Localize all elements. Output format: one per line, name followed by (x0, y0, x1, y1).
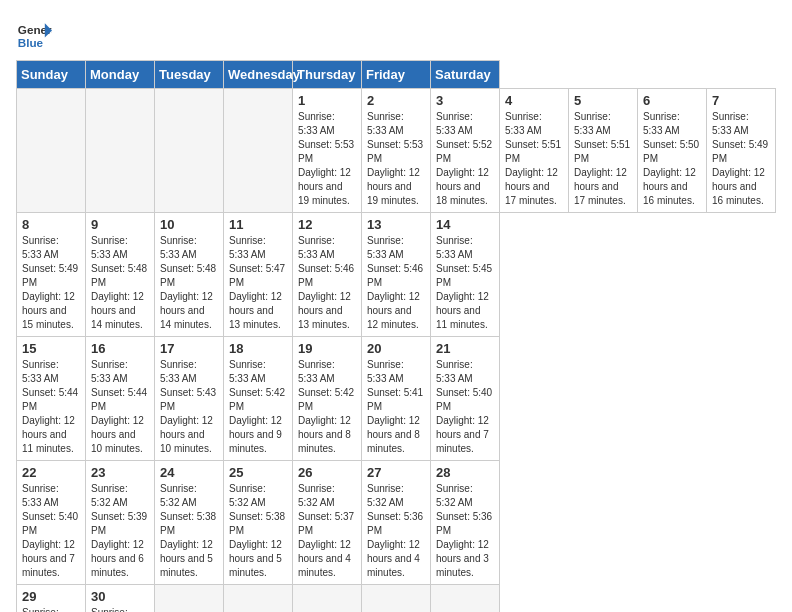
calendar-cell: 19 Sunrise: 5:33 AMSunset: 5:42 PMDaylig… (293, 337, 362, 461)
calendar-week-4: 22 Sunrise: 5:33 AMSunset: 5:40 PMDaylig… (17, 461, 776, 585)
cell-content: Sunrise: 5:32 AMSunset: 5:38 PMDaylight:… (160, 483, 216, 578)
cell-content: Sunrise: 5:33 AMSunset: 5:44 PMDaylight:… (22, 359, 78, 454)
calendar-cell: 23 Sunrise: 5:32 AMSunset: 5:39 PMDaylig… (86, 461, 155, 585)
calendar-cell: 12 Sunrise: 5:33 AMSunset: 5:46 PMDaylig… (293, 213, 362, 337)
calendar-cell (155, 89, 224, 213)
calendar-cell: 21 Sunrise: 5:33 AMSunset: 5:40 PMDaylig… (431, 337, 500, 461)
day-number: 2 (367, 93, 425, 108)
day-number: 20 (367, 341, 425, 356)
calendar-cell: 6 Sunrise: 5:33 AMSunset: 5:50 PMDayligh… (638, 89, 707, 213)
cell-content: Sunrise: 5:33 AMSunset: 5:44 PMDaylight:… (91, 359, 147, 454)
calendar-cell (86, 89, 155, 213)
cell-content: Sunrise: 5:33 AMSunset: 5:40 PMDaylight:… (436, 359, 492, 454)
calendar-cell: 17 Sunrise: 5:33 AMSunset: 5:43 PMDaylig… (155, 337, 224, 461)
cell-content: Sunrise: 5:33 AMSunset: 5:51 PMDaylight:… (574, 111, 630, 206)
day-number: 24 (160, 465, 218, 480)
cell-content: Sunrise: 5:33 AMSunset: 5:43 PMDaylight:… (160, 359, 216, 454)
cell-content: Sunrise: 5:33 AMSunset: 5:49 PMDaylight:… (712, 111, 768, 206)
calendar-cell: 2 Sunrise: 5:33 AMSunset: 5:53 PMDayligh… (362, 89, 431, 213)
cell-content: Sunrise: 5:33 AMSunset: 5:40 PMDaylight:… (22, 483, 78, 578)
cell-content: Sunrise: 5:33 AMSunset: 5:45 PMDaylight:… (436, 235, 492, 330)
cell-content: Sunrise: 5:33 AMSunset: 5:42 PMDaylight:… (298, 359, 354, 454)
cell-content: Sunrise: 5:33 AMSunset: 5:52 PMDaylight:… (436, 111, 492, 206)
cell-content: Sunrise: 5:33 AMSunset: 5:46 PMDaylight:… (298, 235, 354, 330)
cell-content: Sunrise: 5:33 AMSunset: 5:51 PMDaylight:… (505, 111, 561, 206)
calendar-cell: 13 Sunrise: 5:33 AMSunset: 5:46 PMDaylig… (362, 213, 431, 337)
day-number: 30 (91, 589, 149, 604)
calendar-cell (17, 89, 86, 213)
calendar-cell: 9 Sunrise: 5:33 AMSunset: 5:48 PMDayligh… (86, 213, 155, 337)
cell-content: Sunrise: 5:32 AMSunset: 5:39 PMDaylight:… (91, 483, 147, 578)
day-number: 18 (229, 341, 287, 356)
calendar-cell: 5 Sunrise: 5:33 AMSunset: 5:51 PMDayligh… (569, 89, 638, 213)
calendar-cell: 26 Sunrise: 5:32 AMSunset: 5:37 PMDaylig… (293, 461, 362, 585)
day-number: 29 (22, 589, 80, 604)
page-header: General Blue (16, 16, 776, 52)
day-number: 22 (22, 465, 80, 480)
svg-text:Blue: Blue (18, 36, 44, 49)
calendar-cell: 14 Sunrise: 5:33 AMSunset: 5:45 PMDaylig… (431, 213, 500, 337)
calendar-cell: 30 Sunrise: 5:32 AMSunset: 5:34 PMDaylig… (86, 585, 155, 613)
calendar-cell: 3 Sunrise: 5:33 AMSunset: 5:52 PMDayligh… (431, 89, 500, 213)
calendar-cell: 11 Sunrise: 5:33 AMSunset: 5:47 PMDaylig… (224, 213, 293, 337)
cell-content: Sunrise: 5:33 AMSunset: 5:41 PMDaylight:… (367, 359, 423, 454)
day-number: 12 (298, 217, 356, 232)
logo: General Blue (16, 16, 52, 52)
day-number: 11 (229, 217, 287, 232)
calendar-cell: 15 Sunrise: 5:33 AMSunset: 5:44 PMDaylig… (17, 337, 86, 461)
day-number: 7 (712, 93, 770, 108)
calendar-cell: 8 Sunrise: 5:33 AMSunset: 5:49 PMDayligh… (17, 213, 86, 337)
cell-content: Sunrise: 5:33 AMSunset: 5:48 PMDaylight:… (160, 235, 216, 330)
day-header-saturday: Saturday (431, 61, 500, 89)
day-number: 6 (643, 93, 701, 108)
calendar-week-3: 15 Sunrise: 5:33 AMSunset: 5:44 PMDaylig… (17, 337, 776, 461)
calendar-cell: 7 Sunrise: 5:33 AMSunset: 5:49 PMDayligh… (707, 89, 776, 213)
cell-content: Sunrise: 5:33 AMSunset: 5:49 PMDaylight:… (22, 235, 78, 330)
calendar-cell: 18 Sunrise: 5:33 AMSunset: 5:42 PMDaylig… (224, 337, 293, 461)
calendar-cell: 20 Sunrise: 5:33 AMSunset: 5:41 PMDaylig… (362, 337, 431, 461)
calendar-cell (224, 89, 293, 213)
cell-content: Sunrise: 5:32 AMSunset: 5:36 PMDaylight:… (367, 483, 423, 578)
day-number: 1 (298, 93, 356, 108)
calendar-cell (362, 585, 431, 613)
cell-content: Sunrise: 5:33 AMSunset: 5:53 PMDaylight:… (298, 111, 354, 206)
day-number: 14 (436, 217, 494, 232)
cell-content: Sunrise: 5:32 AMSunset: 5:38 PMDaylight:… (229, 483, 285, 578)
day-number: 5 (574, 93, 632, 108)
calendar-week-5: 29 Sunrise: 5:32 AMSunset: 5:35 PMDaylig… (17, 585, 776, 613)
calendar-cell: 28 Sunrise: 5:32 AMSunset: 5:36 PMDaylig… (431, 461, 500, 585)
day-number: 23 (91, 465, 149, 480)
day-number: 19 (298, 341, 356, 356)
day-number: 3 (436, 93, 494, 108)
day-header-sunday: Sunday (17, 61, 86, 89)
calendar-week-1: 1 Sunrise: 5:33 AMSunset: 5:53 PMDayligh… (17, 89, 776, 213)
calendar-table: SundayMondayTuesdayWednesdayThursdayFrid… (16, 60, 776, 612)
calendar-cell (224, 585, 293, 613)
logo-icon: General Blue (16, 16, 52, 52)
calendar-cell (155, 585, 224, 613)
day-header-friday: Friday (362, 61, 431, 89)
cell-content: Sunrise: 5:32 AMSunset: 5:36 PMDaylight:… (436, 483, 492, 578)
day-number: 9 (91, 217, 149, 232)
calendar-week-2: 8 Sunrise: 5:33 AMSunset: 5:49 PMDayligh… (17, 213, 776, 337)
day-number: 15 (22, 341, 80, 356)
calendar-cell: 25 Sunrise: 5:32 AMSunset: 5:38 PMDaylig… (224, 461, 293, 585)
day-number: 17 (160, 341, 218, 356)
calendar-cell (431, 585, 500, 613)
day-number: 10 (160, 217, 218, 232)
day-header-wednesday: Wednesday (224, 61, 293, 89)
cell-content: Sunrise: 5:33 AMSunset: 5:50 PMDaylight:… (643, 111, 699, 206)
cell-content: Sunrise: 5:33 AMSunset: 5:48 PMDaylight:… (91, 235, 147, 330)
day-number: 26 (298, 465, 356, 480)
day-number: 8 (22, 217, 80, 232)
calendar-cell: 4 Sunrise: 5:33 AMSunset: 5:51 PMDayligh… (500, 89, 569, 213)
cell-content: Sunrise: 5:33 AMSunset: 5:42 PMDaylight:… (229, 359, 285, 454)
calendar-cell: 22 Sunrise: 5:33 AMSunset: 5:40 PMDaylig… (17, 461, 86, 585)
day-number: 25 (229, 465, 287, 480)
calendar-cell: 10 Sunrise: 5:33 AMSunset: 5:48 PMDaylig… (155, 213, 224, 337)
cell-content: Sunrise: 5:33 AMSunset: 5:47 PMDaylight:… (229, 235, 285, 330)
calendar-cell: 1 Sunrise: 5:33 AMSunset: 5:53 PMDayligh… (293, 89, 362, 213)
day-header-monday: Monday (86, 61, 155, 89)
calendar-header-row: SundayMondayTuesdayWednesdayThursdayFrid… (17, 61, 776, 89)
cell-content: Sunrise: 5:33 AMSunset: 5:53 PMDaylight:… (367, 111, 423, 206)
